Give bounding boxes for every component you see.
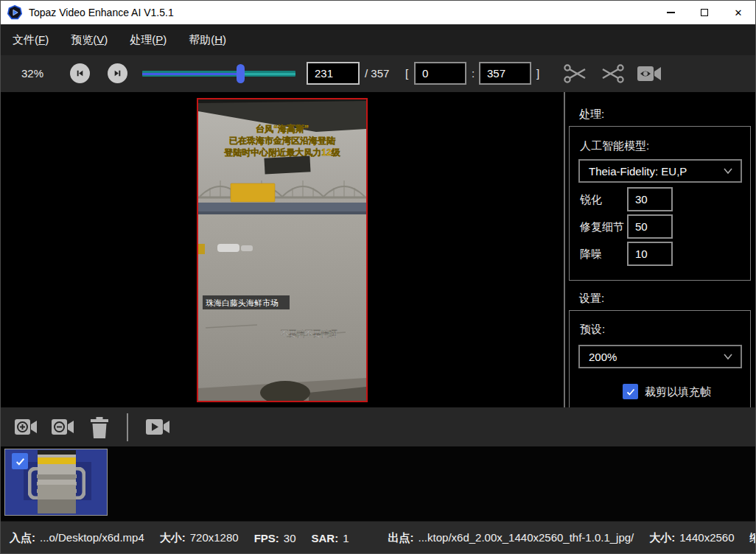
app-window: Topaz Video Enhance AI V1.5.1 ✕ 文件(F) 预览… [0, 0, 756, 554]
minimize-icon [667, 12, 675, 13]
main-area: 台风“海高斯” 已在珠海市金湾区沿海登陆 登陆时中心附近最大风力12级 [1, 92, 755, 407]
chevron-down-icon [723, 353, 733, 360]
checkmark-icon [15, 456, 26, 467]
playback-toolbar: 32% / 357 [ : ] [1, 55, 755, 92]
add-video-icon[interactable] [14, 417, 38, 437]
title-bar: Topaz Video Enhance AI V1.5.1 ✕ [1, 1, 755, 24]
restore-detail-label: 修复细节 [580, 220, 624, 234]
status-in-point: 入点: ...o/Desktop/x6d.mp4 [10, 531, 144, 545]
in-point-path: ...o/Desktop/x6d.mp4 [40, 531, 144, 545]
skip-to-start-button[interactable] [70, 63, 90, 83]
range-start-input[interactable] [414, 62, 466, 85]
out-size-value: 1440x2560 [679, 531, 734, 545]
status-sar: SAR: 1 [312, 532, 349, 544]
splice-scissors-icon[interactable] [600, 63, 625, 85]
video-preview-frame[interactable]: 台风“海高斯” 已在珠海市金湾区沿海登陆 登陆时中心附近最大风力12级 [197, 98, 368, 402]
preset-dropdown[interactable]: 200% [578, 345, 742, 368]
menu-preview[interactable]: 预览(V) [60, 29, 118, 52]
video-thumbnail-tile[interactable] [4, 449, 108, 516]
process-video-icon[interactable] [145, 417, 170, 437]
status-out-size: 大小: 1440x2560 [649, 531, 734, 545]
preview-camera-icon[interactable] [636, 63, 662, 85]
ai-model-group: 人工智能模型: Theia-Fidelity: EU,P 锐化 修复细节 降噪 [569, 126, 751, 281]
status-fps: FPS: 30 [254, 532, 296, 544]
video-preview-image: 台风“海高斯” 已在珠海市金湾区沿海登陆 登陆时中心附近最大风力12级 [198, 99, 366, 401]
delete-trash-icon[interactable] [90, 417, 109, 438]
window-controls: ✕ [654, 1, 755, 24]
sharpen-label: 锐化 [580, 193, 602, 207]
denoise-label: 降噪 [580, 248, 602, 262]
cut-scissors-icon[interactable] [563, 63, 588, 85]
in-size-value: 720x1280 [190, 531, 239, 545]
flooded-car [217, 244, 239, 252]
close-icon: ✕ [735, 7, 743, 18]
frame-total-label: / 357 [365, 67, 389, 80]
status-scale: 缩放: 200% [750, 531, 756, 545]
menu-help[interactable]: 帮助(H) [178, 29, 237, 52]
preset-group: 预设: 200% 裁剪以填充帧 [569, 310, 751, 407]
skip-to-end-icon [113, 69, 122, 78]
menu-process[interactable]: 处理(P) [119, 29, 177, 52]
timeline-slider[interactable] [142, 71, 295, 77]
ai-model-value: Theia-Fidelity: EU,P [589, 165, 687, 178]
crop-to-fill-checkbox[interactable] [623, 384, 638, 399]
checkmark-icon [626, 387, 636, 397]
restore-detail-input[interactable] [627, 214, 673, 239]
toolbar-divider [127, 413, 128, 441]
range-bracket-close: ] [536, 67, 539, 80]
close-button[interactable]: ✕ [721, 1, 755, 24]
thumbnail-strip [1, 446, 755, 521]
sar-value: 1 [343, 532, 349, 544]
yellow-sign [231, 183, 275, 202]
overlay-title-line1: 台风“海高斯” [256, 124, 309, 134]
maximize-button[interactable] [687, 1, 721, 24]
preset-label: 预设: [580, 323, 605, 337]
fps-value: 30 [284, 532, 296, 544]
overlay-title-line3: 登陆时中心附近最大风力12级 [223, 147, 340, 158]
status-in-size: 大小: 720x1280 [160, 531, 239, 545]
menu-bar: 文件(F) 预览(V) 处理(P) 帮助(H) [1, 24, 755, 55]
zoom-level-label: 32% [21, 67, 43, 80]
current-frame-input[interactable] [307, 62, 360, 85]
overlay-title-line2: 已在珠海市金湾区沿海登陆 [229, 136, 336, 146]
slider-progress [142, 73, 241, 75]
settings-panel: 处理: 人工智能模型: Theia-Fidelity: EU,P 锐化 修复细节… [565, 92, 755, 407]
range-end-input[interactable] [479, 62, 531, 85]
thumbnail-image [38, 450, 76, 513]
range-separator: : [472, 67, 475, 80]
thumbnail-checkbox[interactable] [12, 453, 28, 469]
preset-value: 200% [589, 351, 617, 363]
clip-toolbar [1, 407, 755, 446]
crop-to-fill-label: 裁剪以填充帧 [645, 385, 711, 399]
maximize-icon [701, 9, 708, 16]
settings-heading: 设置: [579, 292, 604, 306]
ai-model-dropdown[interactable]: Theia-Fidelity: EU,P [578, 159, 742, 183]
denoise-input[interactable] [627, 242, 673, 266]
ai-model-label: 人工智能模型: [580, 139, 649, 153]
out-point-path: ...ktop/x6d_2.00x_1440x2560_thf-1.0.1_jp… [419, 531, 634, 545]
sharpen-input[interactable] [627, 187, 673, 211]
skip-to-end-button[interactable] [108, 63, 127, 83]
window-title: Topaz Video Enhance AI V1.5.1 [29, 7, 174, 18]
process-heading: 处理: [579, 108, 604, 122]
range-bracket-open: [ [405, 67, 408, 80]
minimize-button[interactable] [654, 1, 687, 24]
remove-video-icon[interactable] [51, 417, 74, 437]
menu-file[interactable]: 文件(F) [2, 29, 59, 52]
caption-speech: 不要慌不要慌啊 [281, 329, 337, 338]
app-logo-icon [7, 5, 22, 20]
slider-handle[interactable] [237, 64, 245, 83]
chevron-down-icon [723, 167, 733, 175]
status-out-point: 出点: ...ktop/x6d_2.00x_1440x2560_thf-1.0.… [388, 531, 634, 545]
status-bar: 入点: ...o/Desktop/x6d.mp4 大小: 720x1280 FP… [1, 521, 755, 554]
caption-location: 珠海白藤头海鲜市场 [206, 298, 279, 307]
skip-to-start-icon [75, 69, 85, 78]
